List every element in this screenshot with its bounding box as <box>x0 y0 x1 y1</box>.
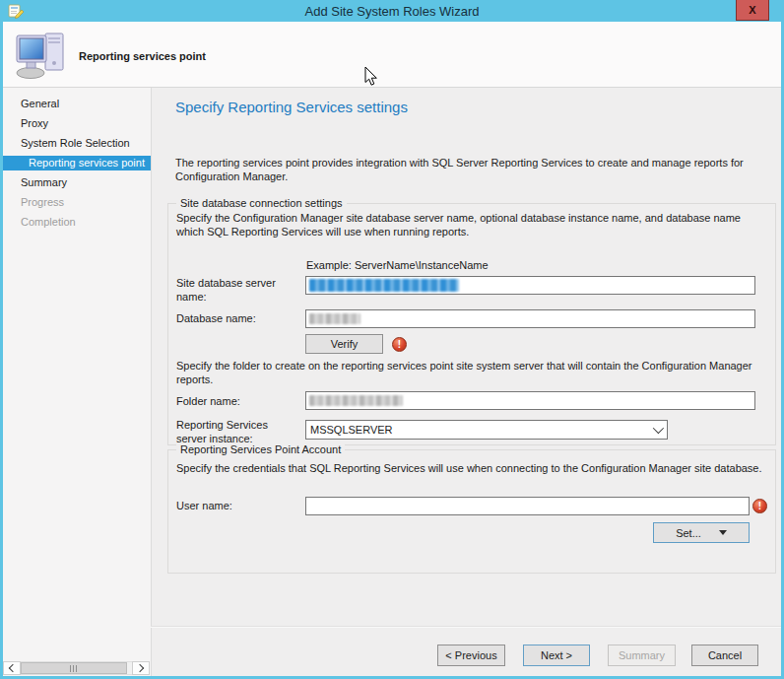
mouse-cursor-icon <box>364 66 378 87</box>
nav-item-completion: Completion <box>3 212 151 232</box>
set-account-button[interactable]: Set... <box>653 522 750 543</box>
folder-note: Specify the folder to create on the repo… <box>176 360 771 386</box>
next-button[interactable]: Next > <box>523 645 590 666</box>
scroll-left-icon <box>9 664 17 672</box>
previous-button[interactable]: < Previous <box>437 645 505 666</box>
redacted-database-value <box>309 313 360 324</box>
wizard-header: Reporting services point <box>3 22 781 88</box>
cancel-button[interactable]: Cancel <box>691 645 758 666</box>
nav-item-system-role-selection[interactable]: System Role Selection <box>3 133 151 153</box>
summary-button: Summary <box>608 645 676 666</box>
username-input[interactable] <box>305 497 750 515</box>
page-title: Specify Reporting Services settings <box>175 99 408 115</box>
chevron-down-icon <box>653 423 664 434</box>
site-database-legend: Site database connection settings <box>176 197 347 210</box>
nav-item-proxy[interactable]: Proxy <box>3 113 151 133</box>
redacted-server-value <box>309 279 459 292</box>
server-name-label: Site database server name: <box>176 277 298 304</box>
account-legend: Reporting Services Point Account <box>176 443 345 456</box>
username-error-icon: ! <box>752 499 767 513</box>
site-database-description: Specify the Configuration Manager site d… <box>176 212 763 238</box>
username-label: User name: <box>176 500 298 513</box>
scroll-left-button[interactable] <box>3 661 21 675</box>
close-button[interactable]: X <box>736 0 769 21</box>
wizard-sidebar: General Proxy System Role Selection Repo… <box>3 88 152 676</box>
folder-name-label: Folder name: <box>176 395 298 409</box>
computer-icon <box>15 28 70 83</box>
scroll-right-button[interactable] <box>132 661 150 675</box>
instance-dropdown-value: MSSQLSERVER <box>310 424 393 436</box>
scrollbar-track[interactable] <box>21 661 132 675</box>
nav-item-progress: Progress <box>3 192 151 212</box>
intro-text: The reporting services point provides in… <box>175 157 774 183</box>
folder-name-input[interactable] <box>305 391 755 410</box>
nav-item-general[interactable]: General <box>3 94 151 113</box>
titlebar: Add Site System Roles Wizard X <box>0 0 784 22</box>
nav-item-summary[interactable]: Summary <box>3 172 151 192</box>
instance-label: Reporting Services server instance: <box>176 419 298 445</box>
wizard-nav: General Proxy System Role Selection Repo… <box>3 94 151 232</box>
role-title: Reporting services point <box>79 50 206 62</box>
site-database-groupbox: Site database connection settings Specif… <box>167 203 776 445</box>
set-dropdown-arrow-icon <box>719 530 727 535</box>
database-name-label: Database name: <box>176 312 298 326</box>
wizard-body: General Proxy System Role Selection Repo… <box>3 88 781 676</box>
scrollbar-thumb[interactable] <box>21 662 127 674</box>
set-button-label: Set... <box>676 527 701 539</box>
scrollbar-grip-icon <box>70 665 78 672</box>
account-groupbox: Reporting Services Point Account Specify… <box>167 449 776 574</box>
server-name-input[interactable] <box>305 276 755 295</box>
sidebar-horizontal-scrollbar[interactable] <box>3 661 150 675</box>
example-text: Example: ServerName\InstanceName <box>306 259 489 273</box>
database-name-input[interactable] <box>305 309 755 328</box>
verify-error-icon: ! <box>392 337 407 352</box>
wizard-content: Specify Reporting Services settings The … <box>151 88 781 676</box>
window-title: Add Site System Roles Wizard <box>0 4 784 19</box>
instance-dropdown[interactable]: MSSQLSERVER <box>305 420 668 440</box>
account-description: Specify the credentials that SQL Reporti… <box>176 462 767 476</box>
footer-separator <box>151 626 781 628</box>
verify-button[interactable]: Verify <box>305 334 383 354</box>
redacted-folder-value <box>309 395 403 406</box>
wizard-window: Add Site System Roles Wizard X Reporting… <box>0 0 784 679</box>
scroll-right-icon <box>136 664 144 672</box>
nav-item-reporting-services-point[interactable]: Reporting services point <box>3 156 151 170</box>
